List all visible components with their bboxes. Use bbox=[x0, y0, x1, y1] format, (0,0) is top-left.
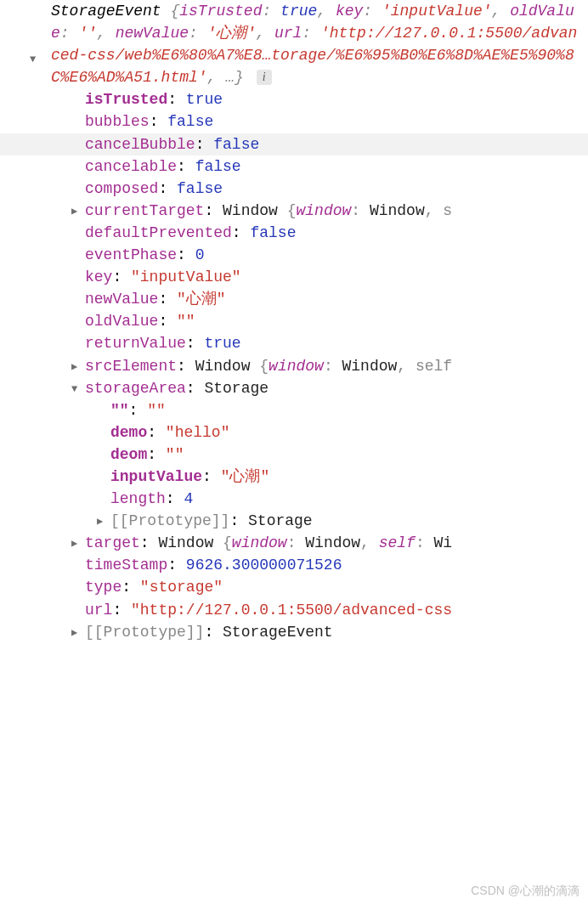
prop-eventPhase[interactable]: eventPhase: 0 bbox=[85, 244, 588, 266]
storage-length[interactable]: length: 4 bbox=[110, 488, 588, 510]
prop-currentTarget[interactable]: ▶currentTarget: Window {window: Window, … bbox=[85, 200, 588, 222]
prop-url[interactable]: url: "http://127.0.0.1:5500/advanced-css bbox=[85, 599, 588, 621]
storage-prototype[interactable]: ▶[[Prototype]]: Storage bbox=[110, 510, 588, 532]
prop-isTrusted[interactable]: isTrusted: true bbox=[85, 88, 588, 110]
chevron-right-icon[interactable]: ▶ bbox=[71, 626, 83, 641]
prop-key[interactable]: key: "inputValue" bbox=[85, 266, 588, 288]
chevron-right-icon[interactable]: ▶ bbox=[71, 360, 83, 375]
prop-returnValue[interactable]: returnValue: true bbox=[85, 332, 588, 354]
prop-prototype[interactable]: ▶[[Prototype]]: StorageEvent bbox=[85, 621, 588, 643]
storage-demo[interactable]: demo: "hello" bbox=[110, 421, 588, 444]
prop-defaultPrevented[interactable]: defaultPrevented: false bbox=[85, 222, 588, 244]
chevron-right-icon[interactable]: ▶ bbox=[71, 537, 83, 551]
console-output: ▼ StorageEvent {isTrusted: true, key: 'i… bbox=[0, 0, 588, 643]
prop-storageArea[interactable]: ▼storageArea: Storage bbox=[85, 377, 588, 399]
chevron-right-icon[interactable]: ▶ bbox=[71, 205, 83, 219]
prop-bubbles[interactable]: bubbles: false bbox=[85, 110, 588, 133]
storage-inputValue[interactable]: inputValue: "心潮" bbox=[110, 466, 588, 488]
object-summary[interactable]: ▼ StorageEvent {isTrusted: true, key: 'i… bbox=[0, 0, 588, 88]
prop-timeStamp[interactable]: timeStamp: 9626.300000071526 bbox=[85, 554, 588, 576]
prop-type[interactable]: type: "storage" bbox=[85, 576, 588, 598]
prop-oldValue[interactable]: oldValue: "" bbox=[85, 310, 588, 332]
prop-cancelBubble[interactable]: cancelBubble: false bbox=[0, 133, 588, 155]
storage-deom[interactable]: deom: "" bbox=[110, 444, 588, 466]
watermark: CSDN @心潮的滴滴 bbox=[471, 882, 580, 899]
expand-arrow-icon[interactable]: ▼ bbox=[30, 53, 36, 67]
chevron-down-icon[interactable]: ▼ bbox=[71, 382, 83, 397]
storage-empty[interactable]: "": "" bbox=[110, 399, 588, 421]
info-icon[interactable]: i bbox=[257, 70, 272, 85]
prop-target[interactable]: ▶target: Window {window: Window, self: W… bbox=[85, 532, 588, 554]
chevron-right-icon[interactable]: ▶ bbox=[97, 515, 109, 529]
prop-srcElement[interactable]: ▶srcElement: Window {window: Window, sel… bbox=[85, 355, 588, 377]
prop-newValue[interactable]: newValue: "心潮" bbox=[85, 288, 588, 310]
prop-cancelable[interactable]: cancelable: false bbox=[85, 155, 588, 178]
prop-composed[interactable]: composed: false bbox=[85, 178, 588, 200]
storage-area-content: "": "" demo: "hello" deom: "" inputValue… bbox=[85, 399, 588, 533]
property-list: isTrusted: true bubbles: false cancelBub… bbox=[0, 88, 588, 642]
class-name: StorageEvent bbox=[51, 3, 161, 20]
